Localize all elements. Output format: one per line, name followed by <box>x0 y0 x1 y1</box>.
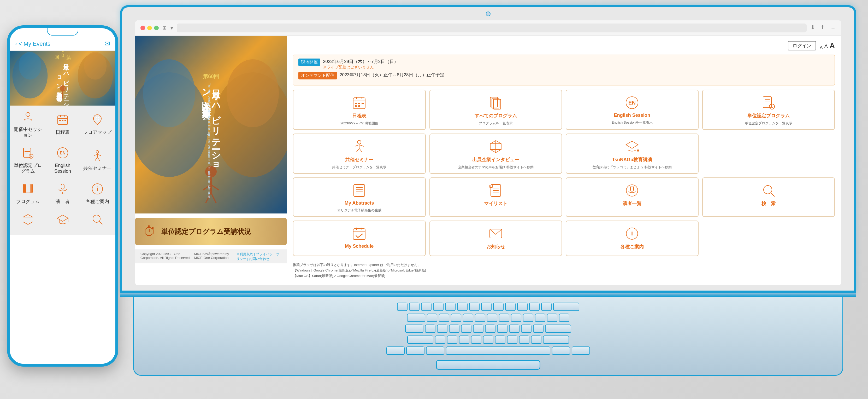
box-icon <box>22 213 34 228</box>
menu-card-unit-cert[interactable]: 単位認定プログラム 単位認定プログラムを一覧表示 <box>702 90 835 130</box>
phone-menu-unit[interactable]: 単位認定プログラム <box>12 144 43 177</box>
menu-card-schedule[interactable]: 日程表 2023/6/29～7/2 現地開催 <box>293 90 426 130</box>
menu-card-desc: English Sessionを一覧表示 <box>612 120 653 125</box>
menu-card-my-list[interactable]: マイリスト <box>429 177 562 217</box>
menu-card-all-programs[interactable]: すべてのプログラム プログラムを一覧表示 <box>429 90 562 130</box>
svg-point-1 <box>19 52 41 80</box>
phone-menu-label: 単位認定プログラム <box>13 163 42 174</box>
menu-card-desc: 共催セミナープログラムを一覧表示 <box>332 165 386 170</box>
phone-menu-floor[interactable]: フロアマップ <box>82 108 113 141</box>
svg-rect-52 <box>355 103 357 104</box>
event-info-box: 現地開催 2023年6月29日（木）～7月2日（日） ※ライブ配信はございません… <box>293 55 835 85</box>
phone-menu-joint[interactable]: 共催セミナー <box>82 144 113 177</box>
laptop-touchpad[interactable] <box>436 360 540 370</box>
keyboard-key <box>461 324 471 333</box>
keyboard-key <box>483 336 493 344</box>
svg-rect-57 <box>490 97 498 107</box>
grad-icon <box>57 213 69 228</box>
phone-menu-schedule[interactable]: 日程表 <box>47 108 78 141</box>
phone-menu-open-session[interactable]: 開催中セッション <box>12 108 43 141</box>
phone-back-nav[interactable]: ‹ < My Events <box>15 40 51 47</box>
keyboard-key <box>485 324 495 333</box>
laptop-device: ⊞ ▾ ⬇ ⬆ ＋ <box>120 5 856 392</box>
ondemand-badge: オンデマンド配信 <box>299 72 337 80</box>
keyboard-key <box>481 303 492 311</box>
font-size-large[interactable]: A <box>830 41 835 50</box>
keyboard-key <box>535 314 545 322</box>
menu-card-joint-seminar[interactable]: 共催セミナー 共催セミナープログラムを一覧表示 <box>293 134 426 174</box>
minimize-window-button[interactable] <box>147 26 152 30</box>
url-bar[interactable] <box>177 24 807 32</box>
keyboard-key <box>499 314 509 322</box>
menu-card-title: 出展企業インタビュー <box>472 156 519 163</box>
phone-menu-english[interactable]: EN English Session <box>47 144 78 177</box>
share-icon[interactable]: ⬆ <box>820 24 825 32</box>
cert-doc-icon <box>761 95 776 111</box>
keyboard-key <box>449 324 460 333</box>
login-button[interactable]: ログイン <box>788 41 816 51</box>
book-lines-icon <box>351 183 367 198</box>
phone-mail-icon[interactable]: ✉ <box>104 40 110 48</box>
menu-row-4: My Schedule お知らせ <box>293 221 835 256</box>
conference-visual: 第60回 日本リハビリテーション医学会学術集会 The 60th Annual … <box>135 36 287 285</box>
en-badge-icon: EN <box>57 147 69 161</box>
keyboard-key <box>459 336 469 344</box>
calendar-check-icon <box>351 226 367 241</box>
maximize-window-button[interactable] <box>154 26 159 30</box>
new-tab-icon[interactable]: ＋ <box>830 24 836 32</box>
menu-card-title: 共催セミナー <box>345 156 373 163</box>
keyboard-key <box>517 303 528 311</box>
download-icon[interactable]: ⬇ <box>810 24 815 32</box>
svg-text:EN: EN <box>628 100 636 106</box>
keyboard-key <box>541 303 552 311</box>
phone-menu-label: 日程表 <box>56 130 70 135</box>
laptop-base <box>120 293 856 392</box>
calendar-icon <box>57 114 69 128</box>
phone-menu-exhibit[interactable] <box>12 211 43 232</box>
menu-card-title: English Session <box>614 113 650 118</box>
phone-menu-speaker[interactable]: 演 者 <box>47 180 78 207</box>
menu-card-my-schedule[interactable]: My Schedule <box>293 221 426 256</box>
close-window-button[interactable] <box>141 26 145 30</box>
laptop-camera <box>486 11 491 16</box>
font-size-medium[interactable]: A <box>824 43 828 50</box>
svg-marker-34 <box>57 215 68 221</box>
svg-rect-62 <box>763 97 771 108</box>
menu-row-2: 共催セミナー 共催セミナープログラムを一覧表示 出展企業インタビュー 企 <box>293 134 835 174</box>
keyboard-key <box>559 314 569 322</box>
browser-chrome: ⊞ ▾ ⬇ ⬆ ＋ <box>135 20 841 36</box>
keyboard-key <box>469 303 479 311</box>
phone-menu-search[interactable] <box>82 211 113 232</box>
unit-cert-banner[interactable]: ⏱ 単位認定プログラム受講状況 <box>135 218 287 245</box>
menu-card-exhibit-interview[interactable]: 出展企業インタビュー 企業担当者のナマの声をお届け 特設サイトへ移動 <box>429 134 562 174</box>
keyboard-key <box>495 336 505 344</box>
menu-card-general-info[interactable]: i 各種ご案内 <box>566 221 699 256</box>
svg-rect-90 <box>353 229 365 239</box>
font-size-small[interactable]: A <box>820 45 823 50</box>
menu-row-3: My Abstracts オリジナル電子抄録集の生成 マイリスト <box>293 177 835 217</box>
menu-card-speaker-list[interactable]: 演者一覧 <box>566 177 699 217</box>
svg-rect-15 <box>24 148 31 157</box>
svg-rect-56 <box>358 105 360 107</box>
menu-card-my-abstracts[interactable]: My Abstracts オリジナル電子抄録集の生成 <box>293 177 426 217</box>
menu-card-title: 検 索 <box>762 200 776 207</box>
menu-card-notification[interactable]: お知らせ <box>429 221 562 256</box>
svg-point-41 <box>226 59 279 127</box>
sidebar-caret-icon[interactable]: ▾ <box>170 25 173 31</box>
menu-row-1: 日程表 2023/6/29～7/2 現地開催 すべてのプログラム プログ <box>293 90 835 130</box>
phone-menu-grad[interactable] <box>47 211 78 232</box>
svg-rect-54 <box>362 103 364 104</box>
mail-icon <box>488 226 503 241</box>
menu-card-tsunagu[interactable]: TsuNAGu教育講演 教育講演に「ツッコミ」まじょう 特設サイトへ移動 <box>566 134 699 174</box>
menu-card-search[interactable]: 検 索 <box>702 177 835 217</box>
event-onsite-row: 現地開催 2023年6月29日（木）～7月2日（日） ※ライブ配信はございません <box>299 59 829 70</box>
keyboard-key <box>471 336 482 344</box>
menu-card-desc: 企業担当者のナマの声をお届け 特設サイトへ移動 <box>458 165 534 170</box>
phone-menu-program[interactable]: プログラム <box>12 180 43 207</box>
menu-card-english[interactable]: EN English Session English Sessionを一覧表示 <box>566 90 699 130</box>
svg-text:EN: EN <box>60 151 65 155</box>
sidebar-toggle-icon[interactable]: ⊞ <box>162 25 167 31</box>
browser-right-panel: ログイン A A A 現地開催 <box>287 36 841 285</box>
phone-menu-info[interactable]: i 各種ご案内 <box>82 180 113 207</box>
keyboard-key <box>523 314 533 322</box>
